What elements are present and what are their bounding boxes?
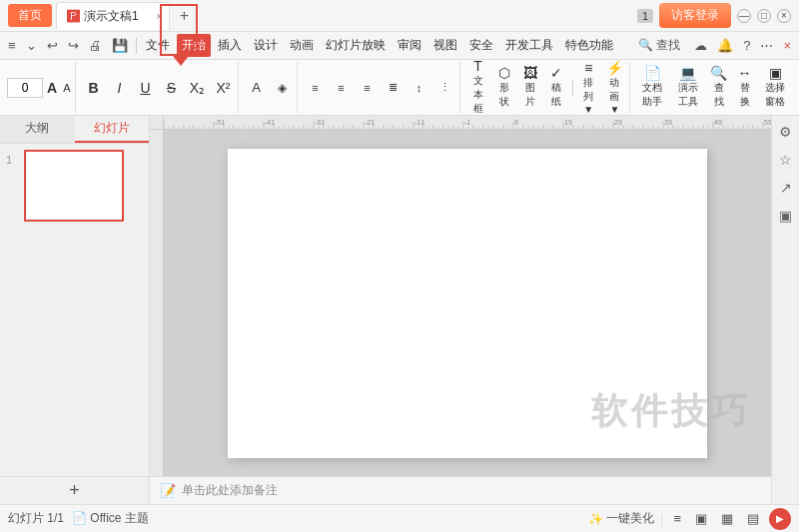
panel-tab-slides[interactable]: 幻灯片 <box>75 116 150 143</box>
add-slide-button[interactable]: + <box>0 476 149 504</box>
menu-icon-save[interactable]: 💾 <box>108 36 132 55</box>
svg-text:-1: -1 <box>464 119 470 126</box>
rs-star-btn[interactable]: ☆ <box>774 148 798 172</box>
notes-text: 单击此处添加备注 <box>182 482 278 499</box>
menu-item-devtools[interactable]: 开发工具 <box>500 34 558 57</box>
animation-button[interactable]: ⚡ 动画▼ <box>602 60 626 116</box>
menu-icon-print[interactable]: 🖨 <box>85 36 106 55</box>
slide-canvas[interactable] <box>228 149 707 458</box>
theme-info: 📄 Office 主题 <box>72 510 149 527</box>
help-icon[interactable]: ? <box>739 36 754 55</box>
play-button[interactable]: ▶ <box>769 508 791 530</box>
menu-separator-1 <box>136 38 137 54</box>
svg-text:-51: -51 <box>215 119 225 126</box>
menu-item-features[interactable]: 特色功能 <box>560 34 618 57</box>
canvas-area: 软件技巧 <box>164 130 771 476</box>
font-size-decrease[interactable]: A <box>61 81 72 95</box>
view-slide-btn[interactable]: ▦ <box>717 509 737 528</box>
strikethrough-button[interactable]: S <box>159 79 183 97</box>
svg-text:39: 39 <box>664 119 672 126</box>
menu-item-animation[interactable]: 动画 <box>285 34 319 57</box>
find-button[interactable]: 🔍 查找 <box>707 64 731 111</box>
toolbar-wrapper: A A B I U S X₂ X² A ◈ ≡ ≡ ≡ ≣ ↕ ⋮ T <box>0 60 799 116</box>
italic-button[interactable]: I <box>107 79 131 97</box>
svg-text:59: 59 <box>764 119 771 126</box>
svg-text:-21: -21 <box>365 119 375 126</box>
slide-number-1: 1 <box>6 154 20 166</box>
menu-icon-hamburger[interactable]: ≡ <box>4 36 20 55</box>
svg-text:19: 19 <box>564 119 572 126</box>
align-left-btn[interactable]: ≡ <box>303 80 327 96</box>
close-icon[interactable]: × <box>779 36 795 55</box>
select-pane-button[interactable]: ▣ 选择窗格 <box>759 64 793 111</box>
view-notes-btn[interactable]: ▤ <box>743 509 763 528</box>
highlight-btn[interactable]: ◈ <box>270 79 294 97</box>
menu-item-file[interactable]: 文件 <box>141 34 175 57</box>
slide-thumbnail-1[interactable] <box>24 150 124 222</box>
subscript-button[interactable]: X₂ <box>185 79 209 97</box>
notification-icon[interactable]: 🔔 <box>713 36 737 55</box>
cloud-icon[interactable]: ☁ <box>690 36 711 55</box>
font-color-btn[interactable]: A <box>244 78 268 97</box>
superscript-button[interactable]: X² <box>211 79 235 97</box>
font-size-input[interactable] <box>7 78 43 98</box>
new-tab-button[interactable]: + <box>174 7 195 25</box>
textbox-button[interactable]: T 文本框 <box>465 60 489 116</box>
font-size-increase[interactable]: A <box>45 79 59 97</box>
rs-layout-btn[interactable]: ▣ <box>774 204 798 228</box>
beautify-button[interactable]: ✨ 一键美化 <box>588 510 654 527</box>
view-grid-btn[interactable]: ▣ <box>691 509 711 528</box>
menu-item-view[interactable]: 视图 <box>428 34 462 57</box>
more-icon[interactable]: ⋯ <box>756 36 777 55</box>
close-button[interactable]: × <box>777 9 791 23</box>
doc-assistant-button[interactable]: 📄 文档助手 <box>635 64 669 111</box>
line-spacing-btn[interactable]: ↕ <box>406 80 430 96</box>
underline-button[interactable]: U <box>133 79 157 97</box>
menu-item-design[interactable]: 设计 <box>249 34 283 57</box>
menu-item-home[interactable]: 开始 <box>177 34 211 57</box>
panel-tabs: 大纲 幻灯片 <box>0 116 149 144</box>
rs-share-btn[interactable]: ↗ <box>774 176 798 200</box>
arrange-button[interactable]: ≡ 排列▼ <box>576 60 600 116</box>
columns-btn[interactable]: ⋮ <box>432 79 456 96</box>
menu-bar-icons: ☁ 🔔 ? ⋯ × <box>690 36 795 55</box>
notes-bar: 📝 单击此处添加备注 <box>150 476 771 504</box>
rs-settings-btn[interactable]: ⚙ <box>774 120 798 144</box>
doc-tools-group: 📄 文档助手 💻 演示工具 🔍 查找 ↔ 替换 ▣ 选择窗格 <box>632 62 795 113</box>
canvas-with-ruler: 软件技巧 <box>150 130 771 476</box>
menu-item-slideshow[interactable]: 幻灯片放映 <box>321 34 391 57</box>
status-bar: 幻灯片 1/1 📄 Office 主题 ✨ 一键美化 | ≡ ▣ ▦ ▤ ▶ <box>0 504 799 532</box>
image-button[interactable]: 🖼 图片 <box>518 64 542 111</box>
login-button[interactable]: 访客登录 <box>659 3 731 28</box>
shape-button[interactable]: ⬡ 形状 <box>492 64 516 111</box>
doc-tab[interactable]: 🅿 演示文稿1 × <box>56 2 170 30</box>
home-button[interactable]: 首页 <box>8 4 52 27</box>
bold-button[interactable]: B <box>81 79 105 97</box>
align-right-btn[interactable]: ≡ <box>355 80 379 96</box>
slide-item-1[interactable]: 1 <box>6 150 143 222</box>
minimize-button[interactable]: — <box>737 9 751 23</box>
view-list-btn[interactable]: ≡ <box>669 509 685 528</box>
menu-icon-redo[interactable]: ↪ <box>64 36 83 55</box>
insert-group: T 文本框 ⬡ 形状 🖼 图片 ✓ 稿纸 ≡ 排列▼ ⚡ 动画▼ <box>462 62 630 113</box>
ruler-h-svg: -51-41-31-21-11-191929394959 <box>164 116 771 130</box>
menu-item-insert[interactable]: 插入 <box>213 34 247 57</box>
svg-text:-11: -11 <box>414 119 424 126</box>
panel-tab-outline[interactable]: 大纲 <box>0 116 75 143</box>
present-tool-button[interactable]: 💻 演示工具 <box>671 64 705 111</box>
menu-icon-undo[interactable]: ↩ <box>43 36 62 55</box>
checkmark-button[interactable]: ✓ 稿纸 <box>544 64 568 111</box>
align-center-btn[interactable]: ≡ <box>329 80 353 96</box>
doc-tab-close[interactable]: × <box>156 10 162 22</box>
replace-button[interactable]: ↔ 替换 <box>733 64 757 111</box>
menu-item-review[interactable]: 审阅 <box>393 34 426 57</box>
align-justify-btn[interactable]: ≣ <box>381 79 404 96</box>
menu-item-security[interactable]: 安全 <box>464 34 498 57</box>
svg-text:29: 29 <box>614 119 622 126</box>
slide-info: 幻灯片 1/1 <box>8 510 64 527</box>
svg-text:9: 9 <box>514 119 518 126</box>
menu-icon-dropdown[interactable]: ⌄ <box>22 36 41 55</box>
status-right: ✨ 一键美化 | ≡ ▣ ▦ ▤ ▶ <box>588 508 791 530</box>
page-number-badge: 1 <box>637 9 653 23</box>
maximize-button[interactable]: □ <box>757 9 771 23</box>
